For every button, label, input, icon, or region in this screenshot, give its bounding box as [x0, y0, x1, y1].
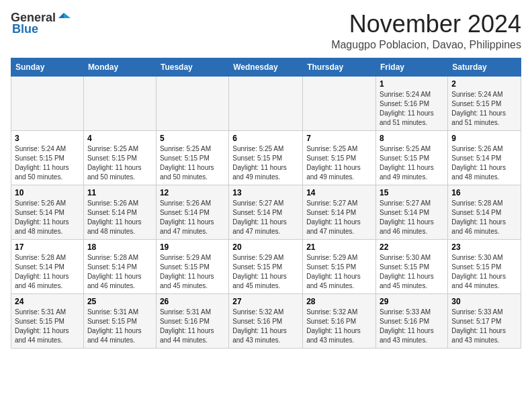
day-detail: Sunrise: 5:30 AMSunset: 5:15 PMDaylight:… [380, 253, 444, 291]
calendar-cell: 6Sunrise: 5:25 AMSunset: 5:15 PMDaylight… [229, 130, 303, 185]
day-number: 10 [15, 188, 80, 197]
svg-marker-1 [58, 13, 64, 18]
calendar-cell: 3Sunrise: 5:24 AMSunset: 5:15 PMDaylight… [11, 130, 84, 185]
day-detail: Sunrise: 5:29 AMSunset: 5:15 PMDaylight:… [232, 253, 299, 291]
weekday-header-row: SundayMondayTuesdayWednesdayThursdayFrid… [11, 58, 521, 76]
calendar-cell: 21Sunrise: 5:29 AMSunset: 5:15 PMDayligh… [303, 239, 376, 293]
day-number: 22 [380, 242, 444, 252]
logo-blue: Blue [12, 22, 38, 36]
day-detail: Sunrise: 5:25 AMSunset: 5:15 PMDaylight:… [87, 144, 152, 182]
month-title: November 2024 [331, 11, 521, 38]
day-number: 13 [232, 188, 299, 197]
calendar-cell: 23Sunrise: 5:30 AMSunset: 5:15 PMDayligh… [448, 239, 521, 293]
weekday-header-thursday: Thursday [303, 58, 376, 76]
week-row-3: 10Sunrise: 5:26 AMSunset: 5:14 PMDayligh… [11, 185, 521, 239]
day-detail: Sunrise: 5:24 AMSunset: 5:15 PMDaylight:… [15, 144, 80, 182]
calendar-cell: 18Sunrise: 5:28 AMSunset: 5:14 PMDayligh… [83, 239, 156, 293]
week-row-2: 3Sunrise: 5:24 AMSunset: 5:15 PMDaylight… [11, 130, 521, 185]
day-detail: Sunrise: 5:25 AMSunset: 5:15 PMDaylight:… [232, 144, 299, 182]
calendar-cell: 9Sunrise: 5:26 AMSunset: 5:14 PMDaylight… [448, 130, 521, 185]
calendar-cell: 13Sunrise: 5:27 AMSunset: 5:14 PMDayligh… [229, 185, 303, 239]
calendar-cell: 5Sunrise: 5:25 AMSunset: 5:15 PMDaylight… [156, 130, 228, 185]
calendar-cell: 7Sunrise: 5:25 AMSunset: 5:15 PMDaylight… [303, 130, 376, 185]
day-number: 5 [160, 134, 225, 143]
calendar-cell: 20Sunrise: 5:29 AMSunset: 5:15 PMDayligh… [229, 239, 303, 293]
week-row-1: 1Sunrise: 5:24 AMSunset: 5:16 PMDaylight… [11, 76, 521, 130]
day-number: 14 [306, 188, 372, 197]
day-number: 25 [87, 297, 152, 306]
weekday-header-tuesday: Tuesday [156, 58, 228, 76]
calendar-cell [229, 76, 303, 130]
day-detail: Sunrise: 5:27 AMSunset: 5:14 PMDaylight:… [380, 199, 444, 236]
calendar-cell: 28Sunrise: 5:32 AMSunset: 5:16 PMDayligh… [303, 293, 376, 348]
calendar-cell: 17Sunrise: 5:28 AMSunset: 5:14 PMDayligh… [11, 239, 84, 293]
day-detail: Sunrise: 5:32 AMSunset: 5:16 PMDaylight:… [232, 308, 299, 345]
day-number: 9 [451, 134, 517, 143]
calendar-cell: 11Sunrise: 5:26 AMSunset: 5:14 PMDayligh… [83, 185, 156, 239]
day-number: 11 [87, 188, 152, 197]
day-detail: Sunrise: 5:26 AMSunset: 5:14 PMDaylight:… [15, 199, 80, 236]
day-detail: Sunrise: 5:26 AMSunset: 5:14 PMDaylight:… [451, 144, 517, 182]
calendar-cell: 10Sunrise: 5:26 AMSunset: 5:14 PMDayligh… [11, 185, 84, 239]
calendar-cell: 19Sunrise: 5:29 AMSunset: 5:15 PMDayligh… [156, 239, 228, 293]
week-row-5: 24Sunrise: 5:31 AMSunset: 5:15 PMDayligh… [11, 293, 521, 348]
day-detail: Sunrise: 5:30 AMSunset: 5:15 PMDaylight:… [451, 253, 517, 291]
day-detail: Sunrise: 5:29 AMSunset: 5:15 PMDaylight:… [306, 253, 372, 291]
calendar-cell [303, 76, 376, 130]
logo-bird-icon [57, 11, 71, 25]
calendar-cell: 29Sunrise: 5:33 AMSunset: 5:16 PMDayligh… [376, 293, 448, 348]
day-number: 20 [232, 242, 299, 252]
weekday-header-sunday: Sunday [11, 58, 84, 76]
day-detail: Sunrise: 5:24 AMSunset: 5:15 PMDaylight:… [451, 90, 517, 128]
calendar-cell: 27Sunrise: 5:32 AMSunset: 5:16 PMDayligh… [229, 293, 303, 348]
title-block: November 2024 Magugpo Poblacion, Davao, … [331, 11, 521, 51]
day-number: 16 [451, 188, 517, 197]
day-detail: Sunrise: 5:33 AMSunset: 5:17 PMDaylight:… [451, 308, 517, 345]
day-number: 17 [15, 242, 80, 252]
day-detail: Sunrise: 5:31 AMSunset: 5:15 PMDaylight:… [15, 308, 80, 345]
logo: General Blue [11, 11, 71, 36]
day-detail: Sunrise: 5:25 AMSunset: 5:15 PMDaylight:… [160, 144, 225, 182]
calendar-cell [11, 76, 84, 130]
day-number: 19 [160, 242, 225, 252]
day-number: 18 [87, 242, 152, 252]
location: Magugpo Poblacion, Davao, Philippines [331, 39, 521, 51]
day-number: 28 [306, 297, 372, 306]
day-detail: Sunrise: 5:26 AMSunset: 5:14 PMDaylight:… [160, 199, 225, 236]
calendar-cell: 26Sunrise: 5:31 AMSunset: 5:16 PMDayligh… [156, 293, 228, 348]
calendar-cell: 16Sunrise: 5:28 AMSunset: 5:14 PMDayligh… [448, 185, 521, 239]
calendar-cell: 12Sunrise: 5:26 AMSunset: 5:14 PMDayligh… [156, 185, 228, 239]
week-row-4: 17Sunrise: 5:28 AMSunset: 5:14 PMDayligh… [11, 239, 521, 293]
day-detail: Sunrise: 5:28 AMSunset: 5:14 PMDaylight:… [451, 199, 517, 236]
day-detail: Sunrise: 5:27 AMSunset: 5:14 PMDaylight:… [232, 199, 299, 236]
day-detail: Sunrise: 5:27 AMSunset: 5:14 PMDaylight:… [306, 199, 372, 236]
weekday-header-saturday: Saturday [448, 58, 521, 76]
day-number: 27 [232, 297, 299, 306]
svg-marker-0 [64, 13, 71, 18]
day-detail: Sunrise: 5:25 AMSunset: 5:15 PMDaylight:… [306, 144, 372, 182]
calendar-cell: 30Sunrise: 5:33 AMSunset: 5:17 PMDayligh… [448, 293, 521, 348]
day-number: 26 [160, 297, 225, 306]
day-number: 8 [380, 134, 444, 143]
day-detail: Sunrise: 5:33 AMSunset: 5:16 PMDaylight:… [380, 308, 444, 345]
calendar-table: SundayMondayTuesdayWednesdayThursdayFrid… [11, 58, 521, 349]
page-header: General Blue November 2024 Magugpo Pobla… [11, 11, 521, 51]
day-number: 4 [87, 134, 152, 143]
weekday-header-wednesday: Wednesday [229, 58, 303, 76]
day-number: 21 [306, 242, 372, 252]
calendar-cell: 8Sunrise: 5:25 AMSunset: 5:15 PMDaylight… [376, 130, 448, 185]
day-number: 7 [306, 134, 372, 143]
day-detail: Sunrise: 5:29 AMSunset: 5:15 PMDaylight:… [160, 253, 225, 291]
day-number: 1 [380, 79, 444, 89]
calendar-cell: 25Sunrise: 5:31 AMSunset: 5:15 PMDayligh… [83, 293, 156, 348]
calendar-cell: 2Sunrise: 5:24 AMSunset: 5:15 PMDaylight… [448, 76, 521, 130]
calendar-cell: 15Sunrise: 5:27 AMSunset: 5:14 PMDayligh… [376, 185, 448, 239]
calendar-cell: 22Sunrise: 5:30 AMSunset: 5:15 PMDayligh… [376, 239, 448, 293]
day-number: 23 [451, 242, 517, 252]
day-number: 24 [15, 297, 80, 306]
day-detail: Sunrise: 5:32 AMSunset: 5:16 PMDaylight:… [306, 308, 372, 345]
calendar-cell [156, 76, 228, 130]
day-detail: Sunrise: 5:24 AMSunset: 5:16 PMDaylight:… [380, 90, 444, 128]
calendar-cell: 4Sunrise: 5:25 AMSunset: 5:15 PMDaylight… [83, 130, 156, 185]
weekday-header-friday: Friday [376, 58, 448, 76]
